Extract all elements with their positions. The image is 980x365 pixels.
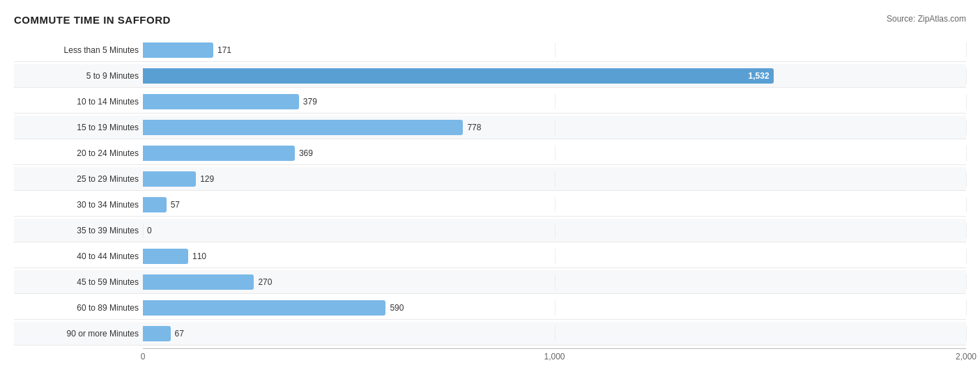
x-tick-1000: 1,000 — [544, 352, 565, 362]
bar-row: 45 to 59 Minutes270 — [14, 270, 966, 294]
bar-value-label: 57 — [171, 200, 180, 210]
bar-row: Less than 5 Minutes171 — [14, 38, 966, 62]
bar-value-label: 590 — [390, 303, 404, 313]
bar-value-label: 0 — [147, 226, 152, 235]
bar-container: 57 — [143, 197, 966, 212]
bar-label: 35 to 39 Minutes — [14, 226, 143, 235]
bar-container: 590 — [143, 300, 966, 316]
bar — [143, 300, 385, 316]
bar-label: 5 to 9 Minutes — [14, 71, 143, 81]
bar-row: 30 to 34 Minutes57 — [14, 193, 966, 217]
bar — [143, 42, 213, 58]
bar-container: 369 — [143, 146, 966, 161]
bar-container: 778 — [143, 120, 966, 135]
bar-container: 270 — [143, 274, 966, 290]
x-tick-2000: 2,000 — [956, 352, 977, 362]
bar-label: 15 to 19 Minutes — [14, 123, 143, 132]
bar-label: 30 to 34 Minutes — [14, 200, 143, 210]
chart-header: COMMUTE TIME IN SAFFORD Source: ZipAtlas… — [14, 14, 966, 26]
bar-label: 45 to 59 Minutes — [14, 277, 143, 287]
bar-row: 40 to 44 Minutes110 — [14, 244, 966, 268]
bar-label: 10 to 14 Minutes — [14, 97, 143, 107]
bar: 1,532 — [143, 68, 774, 84]
chart-area: Less than 5 Minutes1715 to 9 Minutes1,53… — [14, 38, 966, 349]
bar-row: 35 to 39 Minutes0 — [14, 219, 966, 242]
bar-value-label: 369 — [299, 148, 313, 158]
bar-value-label: 110 — [192, 251, 206, 261]
bar-label: 60 to 89 Minutes — [14, 303, 143, 313]
bar-label: 20 to 24 Minutes — [14, 148, 143, 158]
bar — [143, 120, 463, 135]
bar — [143, 94, 299, 109]
bar-container: 171 — [143, 42, 966, 58]
x-tick-0: 0 — [141, 352, 146, 362]
bar-value-label: 67 — [175, 329, 184, 339]
bar-row: 60 to 89 Minutes590 — [14, 296, 966, 320]
bar — [143, 249, 188, 264]
bar-row: 25 to 29 Minutes129 — [14, 167, 966, 191]
bar-row: 20 to 24 Minutes369 — [14, 141, 966, 165]
bar — [143, 326, 171, 341]
bar-value-label: 171 — [217, 45, 231, 55]
bar-row: 15 to 19 Minutes778 — [14, 116, 966, 139]
bar-value-label: 778 — [467, 123, 481, 132]
bar — [143, 146, 295, 161]
chart-title: COMMUTE TIME IN SAFFORD — [14, 14, 171, 26]
bar-value-inside: 1,532 — [749, 71, 770, 81]
bar-row: 5 to 9 Minutes1,532 — [14, 64, 966, 88]
bar-label: 90 or more Minutes — [14, 329, 143, 339]
bar-label: Less than 5 Minutes — [14, 45, 143, 55]
chart-wrapper: COMMUTE TIME IN SAFFORD Source: ZipAtlas… — [14, 14, 966, 349]
bar — [143, 171, 196, 187]
chart-source: Source: ZipAtlas.com — [887, 14, 966, 24]
bar-container: 67 — [143, 326, 966, 341]
bar — [143, 274, 254, 290]
bar-value-label: 270 — [258, 277, 272, 287]
bar — [143, 197, 167, 212]
bar-container: 129 — [143, 171, 966, 187]
bar-row: 10 to 14 Minutes379 — [14, 90, 966, 114]
bar-value-label: 379 — [303, 97, 317, 107]
bar-container: 379 — [143, 94, 966, 109]
bar-label: 25 to 29 Minutes — [14, 174, 143, 184]
bar-container: 1,532 — [143, 68, 966, 84]
bar-row: 90 or more Minutes67 — [14, 322, 966, 345]
bar-label: 40 to 44 Minutes — [14, 251, 143, 261]
bars-container: Less than 5 Minutes1715 to 9 Minutes1,53… — [14, 38, 966, 345]
bar-container: 110 — [143, 249, 966, 264]
bar-value-label: 129 — [200, 174, 214, 184]
bar-container: 0 — [143, 223, 966, 238]
